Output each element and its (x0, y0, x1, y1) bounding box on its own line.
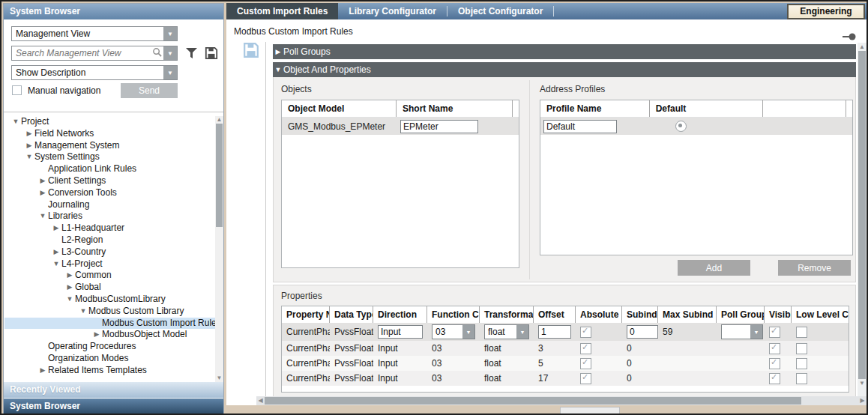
chevron-collapsed-icon[interactable] (37, 365, 48, 377)
scroll-left-icon[interactable]: ◀ (256, 397, 265, 405)
search-input[interactable] (12, 47, 150, 59)
absolute-checkbox[interactable] (580, 373, 591, 384)
chevron-collapsed-icon[interactable] (64, 282, 75, 294)
objects-table-row[interactable]: GMS_Modbus_EPMeter (282, 118, 519, 135)
recently-viewed-bar[interactable]: Recently Viewed (4, 382, 223, 398)
section-poll-groups[interactable]: Poll Groups (273, 44, 856, 59)
add-button[interactable]: Add (678, 260, 750, 276)
column-header[interactable]: Short Name (397, 100, 513, 117)
column-header[interactable]: Default (650, 100, 763, 117)
chevron-expanded-icon[interactable] (78, 306, 88, 318)
chevron-expanded-icon[interactable] (10, 116, 21, 128)
scroll-down-icon[interactable]: ▼ (858, 379, 867, 387)
chevron-collapsed-icon[interactable] (273, 44, 283, 59)
visible-checkbox[interactable] (769, 373, 780, 384)
tree-item[interactable]: Application Link Rules (4, 163, 216, 175)
column-header[interactable]: Absolute (576, 306, 622, 323)
tree-item[interactable]: Libraries (4, 210, 216, 222)
tree-item[interactable]: Common (4, 270, 216, 282)
tree-item[interactable]: ModbusObject Model (4, 329, 216, 341)
tree-item[interactable]: Journaling (4, 199, 216, 211)
column-header[interactable]: Subinde (622, 306, 658, 323)
description-selector-dropdown[interactable]: Show Description ▼ (11, 65, 178, 80)
column-header[interactable]: Direction (373, 306, 427, 323)
absolute-checkbox[interactable] (580, 343, 591, 354)
system-browser-bar[interactable]: System Browser (4, 399, 223, 414)
profile-name-input[interactable] (543, 120, 617, 133)
chevron-collapsed-icon[interactable] (24, 140, 34, 152)
manual-navigation-checkbox[interactable] (12, 85, 22, 95)
visible-checkbox[interactable] (769, 343, 780, 354)
subindex-input[interactable] (627, 325, 658, 339)
tree-item[interactable]: Client Settings (4, 175, 216, 187)
scrollbar-thumb[interactable] (265, 397, 801, 405)
low-level-checkbox[interactable] (796, 343, 807, 354)
tree-item[interactable]: Organization Modes (4, 353, 216, 365)
tab-library-configurator[interactable]: Library Configurator (338, 3, 447, 19)
scroll-right-icon[interactable]: ▶ (858, 397, 867, 405)
horizontal-scrollbar[interactable]: ◀ ▶ (256, 396, 867, 405)
property-row[interactable]: CurrentPha: PvssFloat 03▼ float▼ 59 ▼ (282, 323, 849, 341)
vertical-scrollbar[interactable]: ▲ ▼ (858, 43, 867, 397)
offset-input[interactable] (538, 325, 571, 339)
save-search-icon[interactable] (205, 46, 218, 63)
tree-item[interactable]: L2-Region (4, 234, 216, 246)
tree-item[interactable]: Field Networks (4, 128, 216, 140)
chevron-collapsed-icon[interactable] (91, 329, 102, 341)
send-button[interactable]: Send (121, 83, 178, 98)
search-icon[interactable] (150, 46, 163, 60)
tab-object-configurator[interactable]: Object Configurator (447, 3, 553, 19)
section-object-and-properties[interactable]: Object And Properties (273, 62, 856, 77)
tree-item[interactable]: System Settings (4, 151, 216, 163)
low-level-checkbox[interactable] (796, 373, 807, 384)
default-radio[interactable] (675, 121, 687, 132)
tree-item[interactable]: Operating Procedures (4, 341, 216, 353)
tree-scrollbar[interactable]: ▲ ▼ (215, 116, 223, 382)
column-header[interactable]: Visibi (765, 306, 792, 323)
chevron-expanded-icon[interactable] (37, 210, 48, 222)
address-profile-row[interactable] (540, 118, 852, 135)
column-header[interactable]: Poll Group (717, 306, 765, 323)
scroll-down-icon[interactable]: ▼ (215, 375, 223, 382)
tree-item[interactable]: ModbusCustomLibrary (4, 294, 216, 306)
direction-input[interactable] (378, 325, 423, 339)
tree-item[interactable]: Related Items Templates (4, 365, 216, 377)
engineering-mode-button[interactable]: Engineering (787, 4, 865, 19)
chevron-collapsed-icon[interactable] (37, 187, 48, 199)
column-header[interactable]: Object Model (282, 100, 397, 117)
chevron-down-icon[interactable]: ▼ (163, 27, 177, 40)
column-header[interactable]: Data Type (330, 306, 373, 323)
absolute-checkbox[interactable] (580, 327, 591, 338)
column-header[interactable]: Function C (427, 306, 480, 323)
save-icon[interactable] (243, 42, 259, 61)
filter-icon[interactable] (185, 47, 198, 62)
tree-item[interactable]: Modbus Custom Library (4, 306, 216, 318)
column-header[interactable]: Property N (282, 306, 330, 323)
tree-item[interactable]: L4-Project (4, 258, 216, 270)
scroll-up-icon[interactable]: ▲ (215, 116, 223, 124)
tree-item-selected[interactable]: Modbus Custom Import Rules (4, 318, 216, 330)
search-history-chevron-icon[interactable]: ▼ (163, 46, 177, 60)
visible-checkbox[interactable] (769, 358, 780, 369)
column-header[interactable]: Offset (534, 306, 576, 323)
tree-item[interactable]: Conversion Tools (4, 187, 216, 199)
low-level-checkbox[interactable] (796, 358, 807, 369)
column-header[interactable]: Profile Name (540, 100, 650, 117)
column-header[interactable]: Low Level Cor (792, 306, 849, 323)
property-row[interactable]: CurrentPha: PvssFloat Input 03 float 5 0 (282, 356, 849, 371)
property-row[interactable]: CurrentPha: PvssFloat Input 03 float 17 … (282, 371, 849, 386)
chevron-collapsed-icon[interactable] (51, 246, 61, 258)
absolute-checkbox[interactable] (580, 358, 591, 369)
scrollbar-thumb[interactable] (858, 51, 866, 379)
pin-icon[interactable] (843, 30, 856, 43)
chevron-expanded-icon[interactable] (64, 294, 75, 306)
chevron-expanded-icon[interactable] (51, 258, 61, 270)
chevron-expanded-icon[interactable] (24, 151, 34, 163)
visible-checkbox[interactable] (769, 327, 780, 338)
transformation-dropdown[interactable]: float▼ (484, 324, 529, 339)
tab-custom-import-rules[interactable]: Custom Import Rules (226, 3, 338, 19)
column-header[interactable]: Transformat (480, 306, 534, 323)
scroll-up-icon[interactable]: ▲ (858, 43, 867, 51)
splitter-grip[interactable] (560, 407, 620, 415)
tree-item[interactable]: L3-Country (4, 246, 216, 258)
